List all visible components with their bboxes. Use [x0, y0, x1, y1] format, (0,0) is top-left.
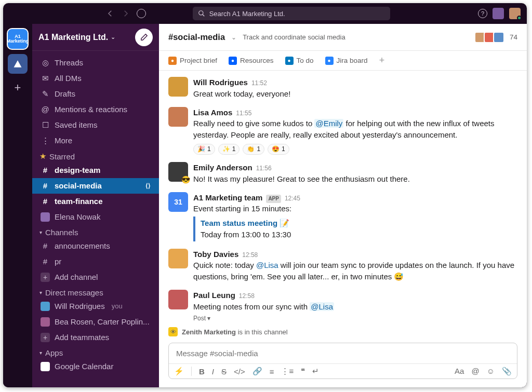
workspace-other[interactable] — [8, 54, 28, 74]
nav-mentions[interactable]: @Mentions & reactions — [32, 102, 159, 117]
chevron-down-icon[interactable]: ⌄ — [231, 34, 236, 41]
starred-item-1[interactable]: #social-media⟨⟩ — [32, 178, 159, 194]
quote-button[interactable]: ❝ — [301, 367, 305, 376]
jump-icon: ⟨⟩ — [145, 180, 151, 192]
app-icon — [41, 362, 50, 371]
search-icon — [198, 10, 205, 17]
mention-button[interactable]: @ — [471, 367, 479, 376]
pin-0[interactable]: ●Project brief — [168, 57, 217, 65]
user-avatar[interactable] — [509, 8, 521, 19]
reaction[interactable]: 🎉1 — [193, 144, 215, 155]
reaction[interactable]: 😍1 — [268, 144, 289, 155]
olist-button[interactable]: ≡ — [270, 367, 274, 376]
threads-icon: ◎ — [41, 57, 50, 69]
message-time: 12:58 — [239, 292, 255, 301]
message-avatar[interactable] — [168, 290, 188, 309]
format-button[interactable]: Aa — [455, 367, 464, 376]
add-workspace[interactable]: + — [9, 79, 26, 97]
dm-item-1[interactable]: Bea Rosen, Carter Poplin... — [32, 314, 159, 330]
nav-threads[interactable]: ◎Threads — [32, 55, 159, 71]
mention[interactable]: @Lisa — [256, 261, 278, 269]
section-apps[interactable]: ▾Apps — [32, 345, 159, 359]
pin-icon: ● — [325, 57, 334, 65]
section-starred[interactable]: ★Starred — [32, 148, 159, 163]
in-channel-name: Zenith Marketing — [182, 328, 236, 336]
message-avatar[interactable]: 31 — [168, 192, 188, 212]
message-input[interactable] — [169, 343, 517, 363]
mention[interactable]: @Emily — [314, 119, 343, 128]
hash-icon: # — [41, 164, 50, 177]
emoji-button[interactable]: ☺ — [487, 367, 495, 376]
search-placeholder: Search A1 Marketing Ltd. — [209, 10, 285, 18]
compose-button[interactable] — [135, 29, 153, 46]
section-dms[interactable]: ▾Direct messages — [32, 285, 159, 299]
message-author[interactable]: Paul Leung — [193, 290, 235, 301]
add-pin[interactable]: + — [379, 55, 385, 66]
nav-all-dms[interactable]: ✉All DMs — [32, 71, 159, 86]
mention[interactable]: @Lisa — [310, 302, 334, 311]
pin-1[interactable]: ●Resources — [229, 57, 274, 65]
message-time: 11:56 — [256, 164, 272, 173]
member-avatars[interactable] — [476, 32, 504, 43]
workspace-a1[interactable]: A1 Marketing — [8, 29, 28, 49]
message-author[interactable]: Emily Anderson — [193, 162, 252, 173]
nav-saved[interactable]: ☐Saved items — [32, 117, 159, 133]
message-avatar[interactable] — [168, 107, 188, 127]
avatar-icon — [41, 302, 50, 311]
attach-button[interactable]: 📎 — [502, 367, 512, 376]
channel-item-0[interactable]: #announcements — [32, 238, 159, 254]
starred-item-0[interactable]: #design-team — [32, 163, 159, 178]
event-time: Today from 13:00 to 13:30 — [201, 229, 517, 240]
hash-icon: # — [41, 180, 50, 192]
nav-drafts[interactable]: ✎Drafts — [32, 86, 159, 102]
help-button[interactable]: ? — [478, 9, 487, 18]
channel-name[interactable]: #social-media — [168, 32, 225, 42]
message-avatar[interactable] — [168, 249, 188, 268]
member-count[interactable]: 74 — [510, 33, 517, 41]
workspace-name[interactable]: A1 Marketing Ltd. — [38, 33, 108, 42]
global-search[interactable]: Search A1 Marketing Ltd. — [193, 7, 390, 20]
hash-icon: # — [41, 195, 50, 208]
strike-button[interactable]: S — [221, 367, 227, 376]
message-1: Lisa Amos11:55Really need to give some k… — [168, 104, 517, 159]
message-avatar[interactable] — [168, 77, 188, 97]
history-forward[interactable] — [121, 9, 130, 18]
add-teammates[interactable]: +Add teammates — [32, 330, 159, 345]
drafts-icon: ✎ — [41, 88, 50, 100]
message-author[interactable]: Toby Davies — [193, 249, 238, 260]
event-title[interactable]: Team status meeting 📝 — [201, 218, 517, 229]
italic-button[interactable]: I — [212, 367, 214, 376]
add-channel[interactable]: +Add channel — [32, 269, 159, 285]
channel-item-1[interactable]: #pr — [32, 254, 159, 269]
post-menu[interactable]: Post ▾ — [193, 314, 517, 323]
message-author[interactable]: A1 Marketing team — [193, 192, 262, 204]
app-item-0[interactable]: Google Calendar — [32, 359, 159, 374]
reaction[interactable]: ✨1 — [218, 144, 240, 155]
message-avatar[interactable]: 😎 — [168, 162, 188, 182]
history-back[interactable] — [105, 9, 115, 18]
starred-item-3[interactable]: Elena Nowak — [32, 209, 159, 225]
nav-more[interactable]: ⋮More — [32, 133, 159, 148]
section-channels[interactable]: ▾Channels — [32, 225, 159, 238]
bold-button[interactable]: B — [199, 367, 205, 376]
message-2: 😎Emily Anderson11:56No! It was my pleasu… — [168, 159, 517, 189]
in-channel-suffix: is in this channel — [236, 328, 288, 336]
presence-avatar[interactable] — [493, 8, 504, 19]
message-time: 12:58 — [242, 251, 258, 260]
message-author[interactable]: Lisa Amos — [193, 107, 232, 118]
code-button[interactable]: </> — [234, 367, 245, 376]
link-button[interactable]: 🔗 — [252, 367, 262, 376]
shortcuts-button[interactable]: ⚡ — [174, 367, 184, 376]
codeblock-button[interactable]: ↵ — [312, 367, 319, 376]
zenith-icon: 👁 — [168, 327, 178, 336]
ulist-button[interactable]: ⋮≡ — [281, 367, 294, 376]
reaction[interactable]: 👏1 — [243, 144, 264, 155]
message-text: Great work today, everyone! — [193, 88, 517, 100]
message-text: Quick note: today @Lisa will join our te… — [193, 260, 517, 282]
pin-3[interactable]: ●Jira board — [325, 57, 368, 65]
starred-item-2[interactable]: #team-finance — [32, 194, 159, 209]
history-recent[interactable] — [137, 9, 146, 18]
pin-2[interactable]: ●To do — [285, 57, 314, 65]
dm-item-0[interactable]: Will Rodriguesyou — [32, 299, 159, 314]
message-author[interactable]: Will Rodrigues — [193, 77, 248, 88]
